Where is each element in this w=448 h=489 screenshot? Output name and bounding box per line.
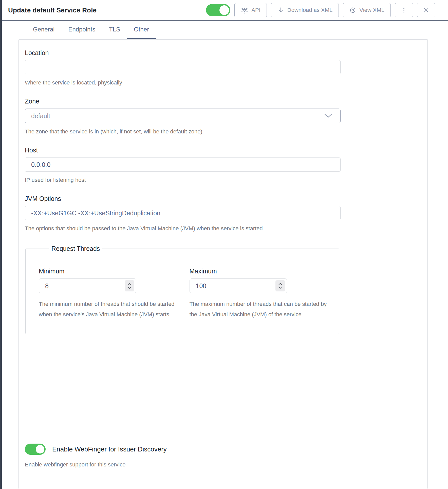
webfinger-label: Enable WebFinger for Issuer Discovery: [52, 445, 167, 453]
tab-tls-label: TLS: [109, 26, 120, 33]
webfinger-row: Enable WebFinger for Issuer Discovery: [25, 444, 421, 455]
background-overlay-edge: [0, 0, 2, 489]
toggle-knob: [36, 445, 44, 453]
dialog-title: Update default Service Role: [8, 6, 97, 14]
download-as-xml-button[interactable]: Download as XML: [271, 3, 339, 17]
minimum-threads-field: Minimum The minimum number of threads th…: [39, 268, 179, 320]
request-threads-legend: Request Threads: [49, 245, 102, 252]
webfinger-toggle[interactable]: [25, 444, 46, 455]
tab-endpoints[interactable]: Endpoints: [61, 21, 102, 39]
location-input[interactable]: [25, 60, 341, 74]
host-help: IP used for listening host: [25, 177, 421, 183]
minimum-input-wrap: [39, 278, 136, 293]
tab-other-label: Other: [134, 26, 149, 33]
minimum-threads-input[interactable]: [39, 278, 136, 293]
jvm-options-field: JVM Options The options that should be p…: [25, 195, 421, 232]
chevron-down-icon: [324, 112, 332, 120]
webfinger-help: Enable webfinger support for this servic…: [25, 461, 421, 468]
zone-field: Zone default The zone that the service i…: [25, 98, 421, 135]
download-as-xml-label: Download as XML: [287, 7, 333, 13]
minimum-label: Minimum: [39, 268, 179, 275]
tab-general[interactable]: General: [26, 21, 61, 39]
eye-icon: [349, 7, 356, 14]
api-hub-icon: [241, 6, 248, 14]
view-xml-label: View XML: [359, 7, 384, 13]
header-controls: API Download as XML View XML: [206, 3, 435, 17]
zone-select[interactable]: default: [25, 109, 341, 123]
host-input[interactable]: [25, 158, 341, 172]
tab-general-label: General: [33, 26, 54, 33]
tab-other[interactable]: Other: [127, 21, 156, 39]
host-field: Host IP used for listening host: [25, 147, 421, 183]
zone-label: Zone: [25, 98, 421, 105]
minimum-stepper[interactable]: [125, 280, 134, 291]
zone-help: The zone that the service is in (which, …: [25, 128, 421, 135]
tab-bar: General Endpoints TLS Other: [2, 21, 448, 39]
threads-grid: Minimum The minimum number of threads th…: [39, 268, 330, 320]
update-service-role-dialog: Update default Service Role: [2, 0, 448, 488]
host-label: Host: [25, 147, 421, 154]
view-xml-button[interactable]: View XML: [343, 3, 391, 17]
maximum-threads-field: Maximum The maximum number of threads th…: [190, 268, 330, 320]
jvm-options-input[interactable]: [25, 206, 341, 220]
tab-panel-other: Location Where the service is located, p…: [18, 39, 428, 488]
close-button[interactable]: [417, 3, 435, 17]
maximum-help: The maximum number of threads that can b…: [190, 299, 330, 320]
tab-tls[interactable]: TLS: [102, 21, 127, 39]
request-threads-fieldset: Request Threads Minimum The minimum numb…: [25, 245, 339, 334]
maximum-label: Maximum: [190, 268, 330, 275]
zone-select-value: default: [31, 112, 50, 120]
maximum-input-wrap: [190, 278, 287, 293]
stepper-arrows-icon: [127, 282, 132, 289]
kebab-menu-icon: [401, 7, 407, 13]
api-button[interactable]: API: [234, 3, 267, 17]
stepper-arrows-icon: [278, 282, 283, 289]
location-label: Location: [25, 49, 421, 57]
minimum-help: The minimum number of threads that shoul…: [39, 299, 179, 320]
maximum-stepper[interactable]: [275, 280, 285, 291]
location-field: Location Where the service is located, p…: [25, 49, 421, 86]
service-enabled-toggle[interactable]: [206, 4, 230, 16]
close-icon: [423, 7, 430, 13]
download-arrow-icon: [277, 7, 284, 14]
jvm-options-label: JVM Options: [25, 195, 421, 202]
maximum-threads-input[interactable]: [190, 278, 287, 293]
jvm-options-help: The options that should be passed to the…: [25, 225, 421, 232]
more-options-button[interactable]: [395, 3, 413, 17]
api-button-label: API: [251, 7, 260, 13]
toggle-knob: [219, 5, 229, 15]
dialog-header: Update default Service Role: [2, 0, 448, 21]
location-help: Where the service is located, physically: [25, 79, 421, 86]
tab-endpoints-label: Endpoints: [68, 26, 95, 33]
